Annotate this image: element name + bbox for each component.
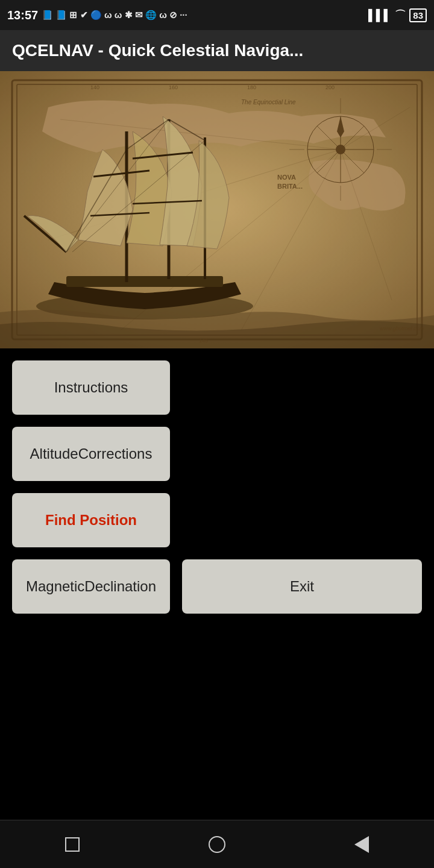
altitude-line2: Corrections (78, 444, 153, 463)
magnetic-line1: Magnetic (26, 577, 84, 596)
bottom-buttons-row: Magnetic Declination Exit (12, 559, 422, 614)
circle-icon (209, 836, 225, 853)
altitude-line1: Altitude (30, 444, 78, 463)
status-icons: 📘 📘 ⊞ ✔ 🔵 ω ω ✱ ✉ 🌐 ω ⊘ ··· (42, 10, 187, 20)
instructions-button[interactable]: Instructions (12, 360, 170, 415)
battery-indicator: 83 (409, 8, 427, 22)
status-bar: 13:57 📘 📘 ⊞ ✔ 🔵 ω ω ✱ ✉ 🌐 ω ⊘ ··· ▌▌▌ ⌒ … (0, 0, 434, 30)
altitude-row: Altitude Corrections (12, 427, 422, 481)
status-time: 13:57 (7, 8, 38, 22)
status-right: ▌▌▌ ⌒ 83 (368, 8, 427, 22)
square-icon (65, 837, 80, 852)
exit-button[interactable]: Exit (182, 559, 422, 614)
nav-home-button[interactable] (202, 829, 232, 860)
status-left: 13:57 📘 📘 ⊞ ✔ 🔵 ω ω ✱ ✉ 🌐 ω ⊘ ··· (7, 8, 187, 22)
title-bar: QCELNAV - Quick Celestial Naviga... (0, 30, 434, 71)
wifi-icon: ⌒ (395, 8, 406, 22)
app-title: QCELNAV - Quick Celestial Naviga... (12, 41, 422, 60)
hero-image: The Equinoctial Line NOVA BRITA... www.g… (0, 71, 434, 348)
find-position-row: Find Position (12, 493, 422, 547)
signal-icon: ▌▌▌ (368, 9, 391, 22)
svg-rect-44 (0, 71, 434, 348)
nav-square-button[interactable] (57, 829, 87, 860)
magnetic-line2: Declination (84, 577, 156, 596)
back-icon (354, 836, 369, 853)
altitude-corrections-button[interactable]: Altitude Corrections (12, 427, 170, 481)
bottom-nav (0, 820, 434, 868)
nav-back-button[interactable] (347, 829, 377, 860)
find-position-button[interactable]: Find Position (12, 493, 170, 547)
hero-svg: The Equinoctial Line NOVA BRITA... www.g… (0, 71, 434, 348)
magnetic-declination-button[interactable]: Magnetic Declination (12, 559, 170, 614)
main-content: Instructions Altitude Corrections Find P… (0, 348, 434, 820)
instructions-row: Instructions (12, 360, 422, 415)
